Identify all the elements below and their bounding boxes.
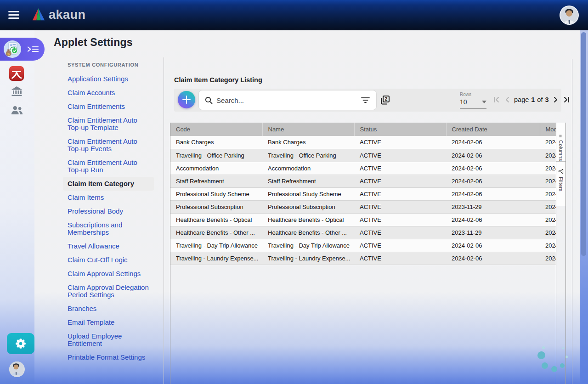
sidebar-nav-item[interactable]: Subscriptions and Memberships xyxy=(63,218,154,239)
table-row[interactable]: Travelling - Day Trip Allowance Travelli… xyxy=(170,239,556,252)
cell-created: 2024-02-06 xyxy=(446,252,540,265)
search-icon xyxy=(205,96,213,104)
users-people-icon[interactable] xyxy=(11,106,23,114)
col-header-status[interactable]: Status xyxy=(354,123,446,136)
filters-label: Filters xyxy=(558,177,564,192)
cell-name: Travelling - Office Parking xyxy=(262,149,354,162)
filters-button[interactable]: Filters xyxy=(556,162,565,206)
sidebar-nav-item[interactable]: Email Template xyxy=(63,316,154,329)
sidebar-nav-item[interactable]: Professional Body xyxy=(63,204,154,218)
cell-code: Travelling - Laundry Expense... xyxy=(170,252,262,265)
sidebar-nav-item[interactable]: Claim Cut-Off Logic xyxy=(63,253,154,267)
cell-created: 2024-02-06 xyxy=(446,239,540,252)
rows-label: Rows xyxy=(460,92,486,97)
table-row[interactable]: Professional Study Scheme Professional S… xyxy=(170,187,556,200)
cell-name: Bank Charges xyxy=(262,136,354,149)
page-scrollbar-thumb[interactable] xyxy=(581,32,586,256)
col-header-created[interactable]: Created Date xyxy=(446,123,540,136)
last-page-icon[interactable] xyxy=(563,96,570,103)
filter-list-icon[interactable] xyxy=(361,97,370,103)
cell-name: Professional Study Scheme xyxy=(262,187,354,200)
cell-status: ACTIVE xyxy=(354,213,446,226)
rail-user-avatar[interactable] xyxy=(9,361,25,377)
col-header-code[interactable]: Code xyxy=(170,123,262,136)
col-header-name[interactable]: Name xyxy=(262,123,354,136)
sidebar-nav-item[interactable]: Claim Accounts xyxy=(63,86,154,100)
table-row[interactable]: Bank Charges Bank Charges ACTIVE 2024-02… xyxy=(170,136,556,149)
cell-status: ACTIVE xyxy=(354,187,446,200)
page-title: Applet Settings xyxy=(54,36,133,49)
next-page-icon[interactable] xyxy=(553,96,559,103)
app-root: akaun xyxy=(0,0,588,384)
cell-modified: 2024 xyxy=(540,200,556,213)
col-header-modified[interactable]: Modi xyxy=(540,123,556,136)
cell-code: Bank Charges xyxy=(170,136,262,149)
table-row[interactable]: Healthcare Benefits - Optical Healthcare… xyxy=(170,213,556,226)
cell-status: ACTIVE xyxy=(354,162,446,175)
sidebar-nav-item[interactable]: Claim Approval Delegation Period Setting… xyxy=(63,281,154,302)
claim-item-category-table: Code Name Status Created Date Modi Bank … xyxy=(170,123,556,384)
table-row[interactable]: Travelling - Office Parking Travelling -… xyxy=(170,149,556,162)
cell-code: Healthcare Benefits - Optical xyxy=(170,213,262,226)
system-configuration-nav: SYSTEM CONFIGURATION Application Setting… xyxy=(63,62,159,364)
cell-status: ACTIVE xyxy=(354,226,446,239)
sidebar-nav-item[interactable]: Claim Entitlement Auto Top-up Template xyxy=(63,113,154,135)
nav-section-label: SYSTEM CONFIGURATION xyxy=(68,62,159,68)
cell-modified: 2024 xyxy=(540,175,556,187)
cell-modified: 2024 xyxy=(540,149,556,162)
cell-name: Staff Refreshment xyxy=(262,175,354,187)
table-side-panel: Columns Filters xyxy=(556,123,566,384)
claim-applet-pill[interactable]: $ xyxy=(0,38,45,61)
columns-label: Columns xyxy=(558,140,564,161)
add-record-button[interactable] xyxy=(178,91,195,108)
cell-status: ACTIVE xyxy=(354,200,446,213)
cell-status: ACTIVE xyxy=(354,136,446,149)
sidebar-nav-item[interactable]: Travel Allowance xyxy=(63,239,154,253)
akaun-triangle-icon xyxy=(31,7,46,22)
rows-per-page-select[interactable]: 10 xyxy=(460,97,486,109)
dai-applet-icon[interactable] xyxy=(9,66,24,81)
cell-name: Healthcare Benefits - Optical xyxy=(262,213,354,226)
cell-modified: 2024 xyxy=(540,239,556,252)
table-row[interactable]: Healthcare Benefits - Other ... Healthca… xyxy=(170,226,556,239)
app-rail: $ xyxy=(0,30,34,384)
sidebar-nav-item[interactable]: Claim Item Category xyxy=(63,177,154,191)
table-row[interactable]: Accommodation Accommodation ACTIVE 2024-… xyxy=(170,162,556,175)
sidebar-nav-item[interactable]: Upload Employee Entitlement xyxy=(63,329,154,350)
columns-icon xyxy=(558,135,564,137)
cell-created: 2024-02-06 xyxy=(446,149,540,162)
sidebar-nav-item[interactable]: Claim Approval Settings xyxy=(63,267,154,281)
sidebar-nav-item[interactable]: Application Settings xyxy=(63,72,154,86)
sidebar-nav-item[interactable]: Claim Entitlement Auto Top-up Events xyxy=(63,135,154,156)
sidebar-nav-item[interactable]: Claim Entitlements xyxy=(63,100,154,113)
user-avatar[interactable] xyxy=(560,6,579,25)
sidebar-nav-item[interactable]: Claim Items xyxy=(63,191,154,204)
sidebar-nav-item[interactable]: Printable Format Settings xyxy=(63,350,154,364)
table-row[interactable]: Staff Refreshment Staff Refreshment ACTI… xyxy=(170,175,556,187)
pagination: page1of3 xyxy=(493,96,570,103)
cell-name: Healthcare Benefits - Other ... xyxy=(262,226,354,239)
page-total: 3 xyxy=(545,96,548,103)
first-page-icon[interactable] xyxy=(493,96,500,103)
settings-gear-button[interactable] xyxy=(7,333,34,354)
organization-bank-icon[interactable] xyxy=(11,86,23,97)
table-row[interactable]: Professional Subscription Professional S… xyxy=(170,200,556,213)
search-input[interactable] xyxy=(213,96,361,104)
sidebar-divider xyxy=(164,57,164,384)
cell-code: Accommodation xyxy=(170,162,262,175)
sidebar-nav-item[interactable]: Claim Entitlement Auto Top-up Run xyxy=(63,156,154,177)
akaun-logo[interactable]: akaun xyxy=(31,7,86,23)
cell-code: Staff Refreshment xyxy=(170,175,262,187)
hamburger-menu-icon[interactable] xyxy=(8,11,19,19)
prev-page-icon[interactable] xyxy=(504,96,510,103)
page-scrollbar-track[interactable] xyxy=(580,30,588,384)
of-word: of xyxy=(537,96,543,103)
cell-status: ACTIVE xyxy=(354,175,446,187)
table-row[interactable]: Travelling - Laundry Expense... Travelli… xyxy=(170,252,556,265)
copy-pages-icon[interactable]: 2 xyxy=(379,95,390,106)
collapse-drawer-icon[interactable] xyxy=(27,45,40,53)
columns-button[interactable]: Columns xyxy=(556,123,565,162)
cell-name: Professional Subscription xyxy=(262,200,354,213)
page-indicator: page1of3 xyxy=(514,96,549,103)
sidebar-nav-item[interactable]: Branches xyxy=(63,302,154,316)
